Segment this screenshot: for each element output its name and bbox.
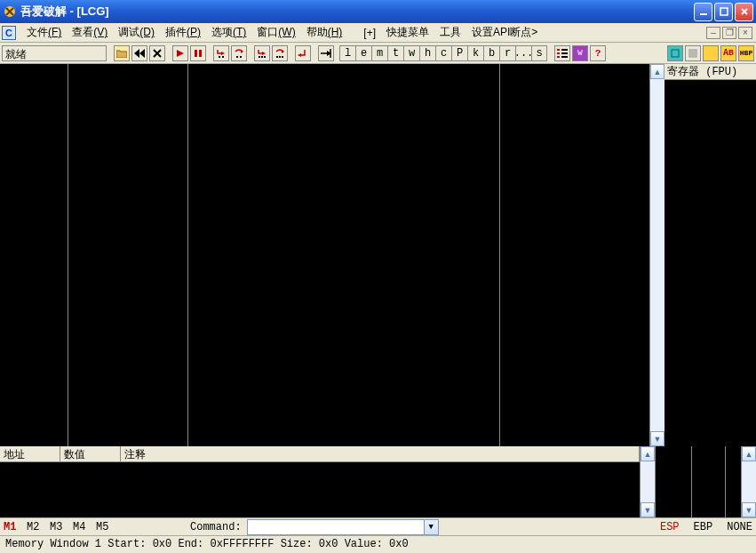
toolbar-letter-m[interactable]: m	[371, 45, 387, 61]
goto-button[interactable]	[318, 45, 334, 61]
hbp-button[interactable]: HBP	[738, 45, 754, 61]
dump-header-value[interactable]: 数值	[60, 446, 121, 462]
disasm-col-addr[interactable]	[0, 64, 68, 446]
toolbar-letter-P[interactable]: P	[451, 45, 467, 61]
step-over-button[interactable]	[231, 45, 247, 61]
ebp-label[interactable]: EBP	[694, 521, 713, 533]
extra-button-3[interactable]	[703, 45, 719, 61]
list-icon-button[interactable]	[554, 45, 570, 61]
dump-header-comment[interactable]: 注释	[121, 446, 640, 462]
register-header[interactable]: 寄存器 (FPU)	[664, 64, 756, 80]
dump-body[interactable]	[0, 462, 640, 517]
menu-apibp[interactable]: 设置API断点>	[466, 23, 543, 42]
m4-button[interactable]: M4	[73, 521, 96, 533]
svg-marker-14	[262, 52, 266, 55]
trace-into-button[interactable]	[254, 45, 270, 61]
svg-rect-15	[259, 56, 260, 58]
menu-debug[interactable]: 调试(D)	[113, 23, 160, 42]
m1-button[interactable]: M1	[4, 521, 27, 533]
main-area: ▲ ▼ 寄存器 (FPU)	[0, 64, 756, 446]
disasm-col-hex[interactable]	[68, 64, 187, 446]
menu-help[interactable]: 帮助(H)	[301, 23, 348, 42]
scroll-up-button[interactable]: ▲	[650, 64, 664, 79]
toolbar-letter-b[interactable]: b	[483, 45, 499, 61]
extra-button-2[interactable]	[685, 45, 701, 61]
disasm-scrollbar[interactable]: ▲ ▼	[649, 64, 664, 446]
dump-scroll-up[interactable]: ▲	[641, 446, 655, 461]
svg-marker-8	[221, 52, 225, 55]
scroll-down-button[interactable]: ▼	[650, 431, 664, 446]
m5-button[interactable]: M5	[96, 521, 119, 533]
disasm-col-comment[interactable]	[500, 64, 649, 446]
svg-rect-19	[276, 56, 278, 58]
none-label[interactable]: NONE	[727, 521, 752, 533]
menu-plugins[interactable]: 插件(P)	[160, 23, 206, 42]
command-label: Command:	[190, 521, 242, 533]
plugin-w-button[interactable]: W	[572, 45, 588, 61]
status-bar: Memory Window 1 Start: 0x0 End: 0xFFFFFF…	[0, 535, 756, 553]
toolbar-letter-w[interactable]: w	[403, 45, 419, 61]
toolbar-letter-r[interactable]: r	[499, 45, 515, 61]
stack-scroll-up[interactable]: ▲	[742, 446, 756, 461]
window-title: 吾爱破解 - [LCG]	[20, 4, 109, 20]
stack-panel[interactable]	[655, 446, 741, 517]
stack-scrollbar[interactable]: ▲ ▼	[741, 446, 756, 517]
menu-tools[interactable]: 工具	[434, 23, 466, 42]
svg-rect-20	[279, 56, 281, 58]
mdi-icon[interactable]: C	[2, 26, 16, 40]
toolbar-letter-t[interactable]: t	[387, 45, 403, 61]
menu-options[interactable]: 选项(T)	[206, 23, 251, 42]
svg-rect-29	[561, 52, 568, 54]
execute-till-return-button[interactable]	[295, 45, 311, 61]
stack-scroll-down[interactable]: ▼	[742, 502, 756, 517]
menu-view[interactable]: 查看(V)	[67, 23, 113, 42]
dump-header-addr[interactable]: 地址	[0, 446, 60, 462]
open-file-button[interactable]	[114, 45, 130, 61]
svg-rect-28	[557, 52, 560, 54]
svg-marker-5	[177, 50, 184, 57]
command-input[interactable]	[247, 519, 425, 535]
menu-window[interactable]: 窗口(W)	[251, 23, 300, 42]
help-button[interactable]: ?	[590, 45, 606, 61]
step-into-button[interactable]	[213, 45, 229, 61]
trace-over-button[interactable]	[272, 45, 288, 61]
m2-button[interactable]: M2	[27, 521, 50, 533]
toolbar-letter-l[interactable]: l	[339, 45, 355, 61]
stop-x-button[interactable]	[149, 45, 165, 61]
disasm-col-asm[interactable]	[188, 64, 499, 446]
register-body[interactable]	[664, 80, 756, 446]
extra-button-1[interactable]	[667, 45, 683, 61]
toolbar-letter-e[interactable]: e	[355, 45, 371, 61]
menu-file[interactable]: 文件(F)	[21, 23, 67, 42]
command-dropdown-button[interactable]: ▼	[425, 519, 439, 535]
rewind-button[interactable]	[131, 45, 147, 61]
m3-button[interactable]: M3	[50, 521, 73, 533]
pause-button[interactable]	[190, 45, 206, 61]
menu-quick[interactable]: 快捷菜单	[381, 23, 434, 42]
menu-plus[interactable]: [+]	[358, 25, 381, 41]
toolbar-letter-k[interactable]: k	[467, 45, 483, 61]
toolbar: 就绪 lemtwhcPkbr...s W ? Aв HBP	[0, 43, 756, 64]
toolbar-letter-...[interactable]: ...	[515, 45, 531, 61]
memory-selector-row: M1 M2 M3 M4 M5 Command: ▼ ESP EBP NONE	[0, 517, 756, 535]
maximize-button[interactable]	[714, 3, 733, 21]
esp-label[interactable]: ESP	[660, 521, 680, 533]
toolbar-letter-s[interactable]: s	[531, 45, 547, 61]
minimize-button[interactable]	[694, 3, 712, 21]
close-button[interactable]	[735, 3, 753, 21]
mdi-restore-button[interactable]: ❐	[722, 27, 736, 39]
toolbar-letter-h[interactable]: h	[419, 45, 435, 61]
svg-rect-16	[261, 56, 263, 58]
mdi-minimize-button[interactable]: –	[706, 27, 720, 39]
scroll-track[interactable]	[650, 79, 664, 431]
toolbar-letter-c[interactable]: c	[435, 45, 451, 61]
run-button[interactable]	[172, 45, 188, 61]
dump-scrollbar[interactable]: ▲ ▼	[640, 446, 655, 517]
ab-button[interactable]: Aв	[720, 45, 736, 61]
svg-rect-6	[195, 50, 197, 57]
svg-rect-10	[222, 56, 224, 58]
dump-scroll-down[interactable]: ▼	[641, 502, 655, 517]
svg-marker-22	[298, 53, 301, 57]
mdi-close-button[interactable]: ×	[738, 27, 752, 39]
svg-rect-27	[561, 49, 568, 51]
